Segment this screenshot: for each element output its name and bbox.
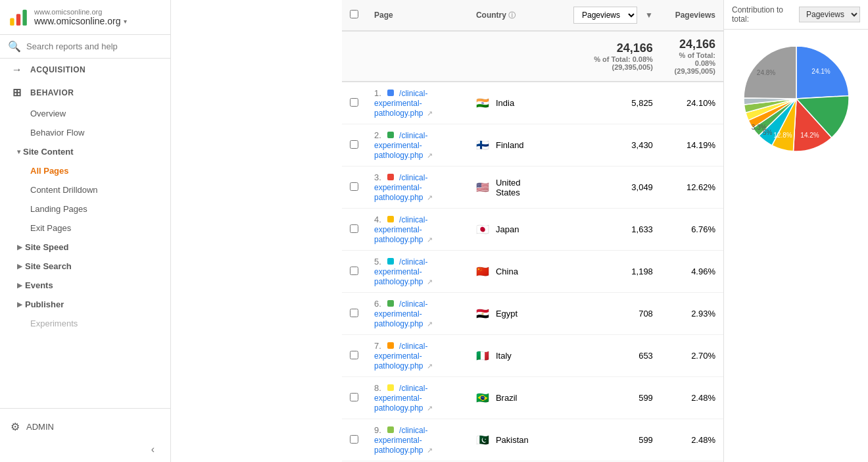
site-dropdown-arrow[interactable]: ▾ xyxy=(124,18,127,25)
row-country: 🇮🇹 Italy xyxy=(468,335,542,377)
row-pct: 14.19% xyxy=(661,124,723,167)
content-area: Page Country ⓘ Pageviews xyxy=(342,0,868,462)
country-name: Italy xyxy=(496,351,512,361)
google-analytics-logo xyxy=(8,7,29,28)
row-checkbox-cell xyxy=(342,209,366,251)
site-url-main[interactable]: www.omicsonline.org ▾ xyxy=(34,16,127,26)
row-checkbox[interactable] xyxy=(350,351,358,359)
page-link[interactable]: /clinical-experimental-pathology.php xyxy=(374,257,427,286)
col-checkbox xyxy=(342,0,366,31)
row-num-page: 5. /clinical-experimental-pathology.php … xyxy=(366,251,468,293)
sort-desc-icon[interactable]: ▼ xyxy=(645,11,653,20)
sidebar-footer: ⚙ ADMIN ‹ xyxy=(0,408,170,462)
sidebar-group-publisher[interactable]: ▶ Publisher xyxy=(0,295,170,314)
contribution-metric-dropdown[interactable]: Pageviews xyxy=(799,7,860,22)
row-country: 🇫🇮 Finland xyxy=(468,124,542,167)
row-checkbox-cell xyxy=(342,377,366,419)
sidebar-nav: → ACQUISITION ⊞ BEHAVIOR Overview Behavi… xyxy=(0,59,170,408)
sidebar-subitem-experiments[interactable]: Experiments xyxy=(0,314,170,333)
sidebar-admin-item[interactable]: ⚙ ADMIN xyxy=(11,415,160,438)
behavior-icon: ⊞ xyxy=(11,86,24,99)
row-country: 🇪🇬 Egypt xyxy=(468,293,542,335)
select-all-checkbox[interactable] xyxy=(350,10,358,18)
row-checkbox[interactable] xyxy=(350,224,358,233)
row-pct: 2.48% xyxy=(661,419,723,461)
row-checkbox-cell xyxy=(342,82,366,124)
table-row: 5. /clinical-experimental-pathology.php … xyxy=(342,251,723,293)
row-checkbox[interactable] xyxy=(350,182,358,191)
data-table: Page Country ⓘ Pageviews xyxy=(342,0,723,462)
expand-arrow-icon: ▾ xyxy=(17,148,20,155)
row-checkbox[interactable] xyxy=(350,309,358,317)
row-num-page: 8. /clinical-experimental-pathology.php … xyxy=(366,377,468,419)
country-flag: 🇵🇰 xyxy=(476,434,489,446)
row-country: 🇯🇵 Japan xyxy=(468,209,542,251)
row-checkbox-cell xyxy=(342,419,366,461)
expand-arrow-publisher-icon: ▶ xyxy=(17,301,22,308)
row-country: 🇮🇳 India xyxy=(468,82,542,124)
country-name: India xyxy=(496,98,514,108)
sidebar-header: www.omicsonline.org www.omicsonline.org … xyxy=(0,0,170,35)
site-info: www.omicsonline.org www.omicsonline.org … xyxy=(34,8,127,26)
sidebar-subitem-all-pages[interactable]: All Pages xyxy=(0,161,170,180)
table-row: 7. /clinical-experimental-pathology.php … xyxy=(342,335,723,377)
table-row: 1. /clinical-experimental-pathology.php … xyxy=(342,82,723,124)
row-pageviews: 5,825 xyxy=(542,82,661,124)
sidebar-group-events[interactable]: ▶ Events xyxy=(0,276,170,295)
metric-dropdown[interactable]: Pageviews xyxy=(573,7,637,24)
sidebar-group-site-content[interactable]: ▾ Site Content xyxy=(0,142,170,161)
row-checkbox[interactable] xyxy=(350,267,358,275)
row-num-page: 2. /clinical-experimental-pathology.php … xyxy=(366,124,468,167)
country-flag: 🇪🇬 xyxy=(476,307,489,320)
row-checkbox[interactable] xyxy=(350,393,358,401)
country-name: Pakistan xyxy=(496,435,529,445)
sidebar-collapse-button[interactable]: ‹ xyxy=(11,438,160,455)
col-country-header: Country ⓘ xyxy=(468,0,542,31)
row-pct: 4.96% xyxy=(661,251,723,293)
row-checkbox[interactable] xyxy=(350,140,358,149)
row-num-page: 3. /clinical-experimental-pathology.php … xyxy=(366,167,468,209)
page-link[interactable]: /clinical-experimental-pathology.php xyxy=(374,384,427,413)
table-row: 4. /clinical-experimental-pathology.php … xyxy=(342,209,723,251)
page-link[interactable]: /clinical-experimental-pathology.php xyxy=(374,342,427,371)
page-link[interactable]: /clinical-experimental-pathology.php xyxy=(374,131,427,160)
page-link[interactable]: /clinical-experimental-pathology.php xyxy=(374,89,427,118)
country-flag: 🇫🇮 xyxy=(476,139,489,151)
sidebar-item-acquisition[interactable]: → ACQUISITION xyxy=(0,59,170,81)
expand-arrow-site-speed-icon: ▶ xyxy=(17,244,22,251)
row-checkbox[interactable] xyxy=(350,435,358,444)
sidebar-item-behavior[interactable]: ⊞ BEHAVIOR xyxy=(0,81,170,104)
page-link[interactable]: /clinical-experimental-pathology.php xyxy=(374,173,427,202)
country-info-icon: ⓘ xyxy=(508,11,516,19)
sidebar-subitem-overview[interactable]: Overview xyxy=(0,104,170,123)
row-pct: 6.76% xyxy=(661,209,723,251)
sidebar-subitem-behavior-flow[interactable]: Behavior Flow xyxy=(0,123,170,142)
sidebar-group-site-speed[interactable]: ▶ Site Speed xyxy=(0,238,170,257)
country-flag: 🇧🇷 xyxy=(476,392,489,404)
col-metric-header: Pageviews ▼ xyxy=(542,0,661,31)
search-input[interactable] xyxy=(26,41,162,51)
search-icon: 🔍 xyxy=(8,40,21,53)
page-link[interactable]: /clinical-experimental-pathology.php xyxy=(374,299,427,328)
svg-rect-2 xyxy=(22,10,26,26)
sidebar-group-site-search[interactable]: ▶ Site Search xyxy=(0,257,170,276)
page-link[interactable]: /clinical-experimental-pathology.php xyxy=(374,426,427,455)
chart-section: 24.1%24.8%14.2%12.8%5%3.3% xyxy=(724,30,868,168)
pie-label: 14.2% xyxy=(800,132,819,139)
country-name: Finland xyxy=(496,140,524,150)
country-flag: 🇮🇳 xyxy=(476,97,489,109)
table-row: 6. /clinical-experimental-pathology.php … xyxy=(342,293,723,335)
table-row: 3. /clinical-experimental-pathology.php … xyxy=(342,167,723,209)
row-checkbox[interactable] xyxy=(350,98,358,107)
row-pageviews: 3,430 xyxy=(542,124,661,167)
sidebar-subitem-exit-pages[interactable]: Exit Pages xyxy=(0,218,170,238)
country-flag: 🇮🇹 xyxy=(476,349,489,362)
data-table-wrap: Page Country ⓘ Pageviews xyxy=(342,0,868,462)
page-link[interactable]: /clinical-experimental-pathology.php xyxy=(374,215,427,244)
sidebar-subitem-content-drilldown[interactable]: Content Drilldown xyxy=(0,180,170,199)
row-checkbox-cell xyxy=(342,167,366,209)
row-pageviews: 653 xyxy=(542,335,661,377)
sidebar-subitem-landing-pages[interactable]: Landing Pages xyxy=(0,199,170,218)
pie-label: 24.1% xyxy=(811,68,830,75)
summary-pageviews2: 24,166 % of Total: 0.08% (29,395,005) xyxy=(661,31,723,82)
